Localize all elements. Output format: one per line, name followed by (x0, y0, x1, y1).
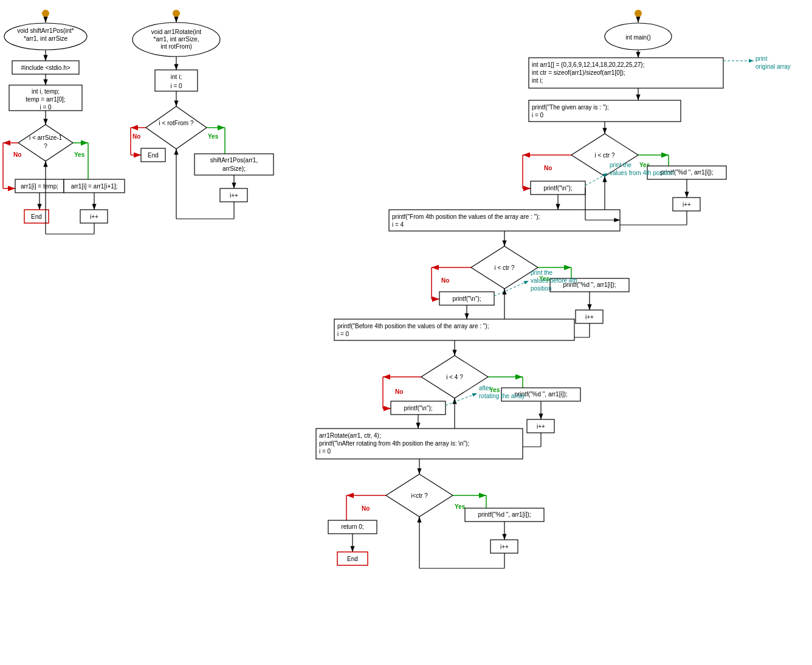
label-no-main1: No (544, 165, 552, 171)
text-end-main: End (347, 556, 358, 562)
flowchart-svg: void shiftArr1Pos(int* *arr1, int arrSiz… (0, 0, 812, 665)
text-cond-main3: i < 4 ? (446, 374, 463, 381)
label-no-main2: No (441, 277, 449, 284)
text-printf-nl1: printf("\n"); (543, 185, 572, 191)
text-arr1rotate-call1: arr1Rotate(arr1, ctr, 4); (319, 432, 381, 439)
text-cond-main1: i < ctr ? (594, 152, 615, 159)
label-no-rotate: No (132, 133, 140, 140)
text-rotate-func3: int rotFrom) (160, 43, 192, 50)
text-annotation-original1: print (755, 55, 768, 62)
text-annotation-before41: print the (531, 269, 553, 276)
node-cond-rotate (146, 106, 207, 149)
text-init-array2: int ctr = sizeof(arr1)/sizeof(arr1[0]); (532, 69, 625, 76)
text-rotate-func1: void arr1Rotate(int (151, 29, 201, 35)
start-dot-rotate (173, 10, 180, 17)
text-printf-nl2: printf("\n"); (452, 295, 481, 302)
text-printf-before42: i = 0 (337, 331, 349, 337)
text-inc-main3: i++ (537, 423, 545, 430)
text-arr1rotate-call2: printf("\nAfter rotating from 4th positi… (319, 440, 469, 447)
text-annotation-before43: position (531, 285, 551, 292)
label-no-main4: No (362, 505, 370, 512)
text-arr1-next: arr1[i] = arr1[i+1]; (71, 183, 118, 190)
text-end-rotate: End (148, 152, 159, 159)
label-no-main3: No (395, 388, 403, 395)
text-init-rotate2: i = 0 (170, 83, 182, 89)
text-inc-main4: i++ (500, 543, 509, 550)
text-annotation-rotate1: after (479, 385, 492, 391)
text-cond-rotate1: i < rotFrom ? (159, 120, 194, 126)
text-shift-func2: *arr1, int arrSize (24, 35, 68, 42)
text-annotation-rotate2: rotating the array (479, 393, 525, 399)
text-init-array1: int arr1[] = {0,3,6,9,12,14,18,20,22,25,… (532, 61, 644, 68)
text-arr1rotate-call3: i = 0 (319, 448, 331, 455)
text-init-array3: int i; (532, 77, 543, 84)
text-cond-main2: i < ctr ? (494, 264, 515, 271)
text-shift-func: void shiftArr1Pos(int* (17, 27, 74, 34)
text-call-shift1: shiftArr1Pos(arr1, (210, 157, 258, 164)
text-inc-main1: i++ (683, 201, 691, 208)
label-yes-rotate: Yes (208, 133, 219, 140)
text-inc-main2: i++ (585, 314, 594, 320)
text-annotation-before42: values before 4th (531, 277, 577, 284)
label-no-shift: No (13, 151, 21, 158)
text-init-shift3: i = 0 (40, 104, 52, 111)
text-init-shift1: int i, temp; (32, 88, 60, 95)
flowchart-container: void shiftArr1Pos(int* *arr1, int arrSiz… (0, 0, 812, 665)
text-annotation-from41: print the (610, 162, 632, 168)
text-printf-nl3: printf("\n"); (404, 405, 432, 412)
text-cond-shift1: i < arrSize-1 (29, 134, 63, 141)
start-dot-shift (42, 10, 49, 17)
text-return0: return 0; (341, 523, 363, 530)
text-end-shift: End (31, 213, 42, 220)
label-yes-main4: Yes (455, 503, 466, 510)
text-cond-shift2: ? (44, 143, 47, 150)
text-printf-arr4: printf("%d ", arr1[i]); (478, 511, 531, 518)
text-main-func: int main() (625, 34, 651, 41)
text-inc-rotate: i++ (230, 192, 238, 199)
label-yes-shift: Yes (74, 151, 85, 158)
text-cond-main4: i<ctr ? (411, 492, 428, 499)
text-printf-given2: i = 0 (532, 112, 544, 119)
start-dot-main (635, 10, 642, 17)
text-rotate-func2: *arr1, int arrSize, (153, 36, 199, 43)
text-include: #include <stdio.h> (21, 64, 70, 71)
text-init-shift2: temp = arr1[0]; (26, 96, 65, 103)
text-call-shift2: arrSize); (222, 165, 246, 172)
text-annotation-original2: original array (755, 63, 791, 70)
text-annotation-from42: values from 4th position (610, 170, 674, 176)
text-printf-from41: printf("From 4th position the values of … (392, 213, 540, 220)
text-arr1-temp: arr1[i] = temp; (21, 183, 58, 190)
text-printf-given1: printf("The given array is : "); (532, 104, 609, 111)
text-inc-shift: i++ (90, 213, 98, 220)
text-printf-from42: i = 4 (392, 221, 404, 228)
text-printf-before41: printf("Before 4th position the values o… (337, 323, 489, 329)
text-init-rotate1: int i; (171, 74, 182, 80)
